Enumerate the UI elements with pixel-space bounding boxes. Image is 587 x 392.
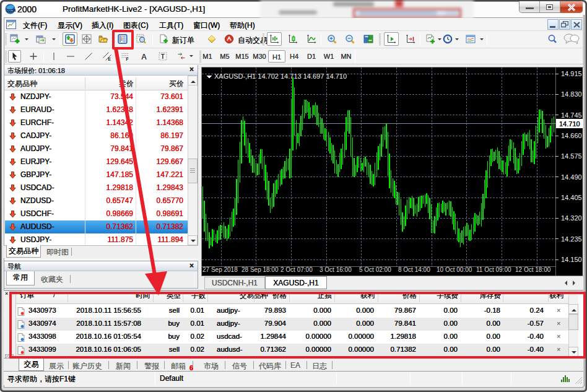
svg-text:14.830: 14.830 (561, 90, 582, 98)
svg-text:14.915: 14.915 (561, 70, 582, 77)
svg-text:14.660: 14.660 (561, 132, 582, 139)
svg-text:14.490: 14.490 (561, 173, 582, 181)
svg-text:14.235: 14.235 (561, 235, 582, 243)
svg-text:11 Oct 09:00: 11 Oct 09:00 (476, 266, 511, 273)
svg-text:14.405: 14.405 (561, 194, 582, 201)
svg-text:14.320: 14.320 (561, 214, 582, 222)
svg-text:8 Oct 14:00: 8 Oct 14:00 (398, 266, 430, 273)
svg-text:XAGUSD-,H1 14.702 14.713 14.69: XAGUSD-,H1 14.702 14.713 14.697 14.710 (214, 72, 347, 80)
svg-text:5 Oct 02:00: 5 Oct 02:00 (359, 266, 391, 273)
svg-text:10 Oct 00:00: 10 Oct 00:00 (437, 266, 472, 273)
svg-text:28 Sep 18:00: 28 Sep 18:00 (241, 266, 279, 273)
svg-text:14.710: 14.710 (559, 120, 580, 128)
svg-text:27 Sep 2018: 27 Sep 2018 (202, 266, 238, 273)
svg-text:12 Oct 18:00: 12 Oct 18:00 (515, 266, 551, 273)
svg-text:14.150: 14.150 (561, 256, 582, 263)
svg-text:14.745: 14.745 (561, 111, 582, 119)
svg-text:PROFIT: PROFIT (7, 9, 15, 12)
svg-text:3 Oct 16:00: 3 Oct 16:00 (320, 266, 352, 273)
svg-text:2 Oct 07:00: 2 Oct 07:00 (280, 266, 313, 273)
svg-text:14.575: 14.575 (561, 152, 582, 160)
